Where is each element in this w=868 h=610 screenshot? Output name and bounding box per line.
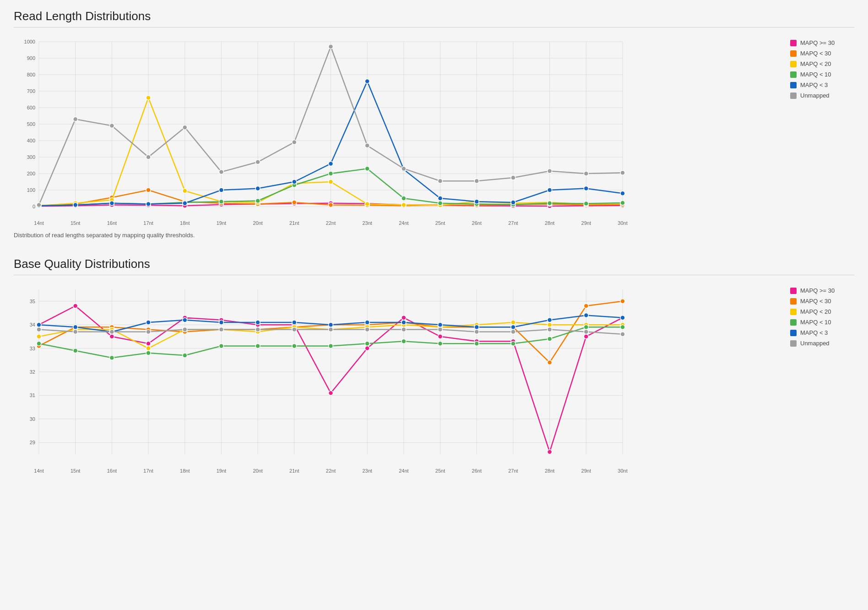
svg-text:20nt: 20nt	[253, 468, 262, 474]
read-length-chart: 0100200300400500600700800900100014nt15nt…	[14, 35, 632, 227]
svg-point-274	[37, 322, 41, 327]
svg-text:500: 500	[27, 121, 35, 127]
svg-point-140	[620, 191, 625, 196]
svg-point-284	[401, 320, 406, 325]
svg-point-221	[584, 334, 588, 339]
svg-text:23nt: 23nt	[362, 468, 372, 474]
svg-point-117	[401, 196, 406, 201]
base-quality-legend: MAPQ >= 30MAPQ < 30MAPQ < 20MAPQ < 10MAP…	[781, 283, 854, 350]
svg-point-81	[329, 202, 333, 207]
svg-text:400: 400	[27, 138, 35, 143]
svg-point-122	[584, 202, 588, 206]
svg-point-100	[401, 202, 406, 207]
legend-label: MAPQ < 3	[800, 82, 828, 88]
read-length-section: Read Length Distributions 01002003004005…	[14, 9, 854, 239]
svg-point-76	[146, 188, 151, 192]
svg-point-130	[255, 186, 260, 191]
svg-point-271	[548, 337, 552, 341]
svg-point-287	[511, 325, 515, 329]
svg-text:19nt: 19nt	[217, 468, 226, 474]
base-quality-chart-area: 2930313233343514nt15nt16nt17nt18nt19nt20…	[14, 283, 781, 475]
svg-point-137	[511, 200, 515, 205]
legend-item: MAPQ < 10	[790, 71, 854, 78]
svg-point-298	[292, 327, 297, 332]
svg-point-266	[365, 341, 369, 346]
svg-text:24nt: 24nt	[399, 220, 408, 226]
svg-point-216	[401, 316, 406, 320]
read-length-title: Read Length Distributions	[14, 9, 854, 27]
legend-item: MAPQ < 3	[790, 329, 854, 336]
svg-point-143	[109, 124, 114, 128]
svg-text:0: 0	[33, 204, 35, 209]
svg-text:30nt: 30nt	[618, 220, 627, 226]
read-length-legend: MAPQ >= 30MAPQ < 30MAPQ < 20MAPQ < 10MAP…	[781, 35, 854, 103]
legend-color	[790, 50, 797, 57]
svg-text:35: 35	[30, 299, 35, 304]
svg-point-112	[219, 199, 223, 204]
legend-label: MAPQ < 3	[800, 329, 828, 336]
legend-item: MAPQ >= 30	[790, 287, 854, 294]
legend-color	[790, 330, 797, 336]
svg-text:29: 29	[30, 440, 35, 445]
legend-label: MAPQ < 30	[800, 50, 831, 57]
svg-point-293	[109, 330, 114, 334]
legend-label: Unmapped	[800, 340, 830, 347]
base-quality-chart: 2930313233343514nt15nt16nt17nt18nt19nt20…	[14, 283, 632, 475]
svg-point-141	[37, 202, 41, 207]
svg-point-286	[474, 325, 479, 329]
svg-point-277	[146, 320, 151, 325]
svg-point-295	[183, 327, 187, 332]
svg-text:21nt: 21nt	[289, 468, 299, 474]
svg-point-291	[37, 327, 41, 332]
svg-point-302	[438, 327, 443, 332]
svg-point-272	[584, 325, 588, 329]
svg-point-121	[548, 201, 552, 206]
svg-point-93	[146, 95, 151, 100]
svg-point-144	[146, 155, 151, 159]
svg-text:14nt: 14nt	[34, 220, 43, 226]
svg-point-237	[548, 360, 552, 365]
svg-point-243	[146, 346, 151, 351]
svg-point-152	[438, 179, 443, 183]
svg-point-263	[255, 343, 260, 348]
svg-text:1000: 1000	[24, 39, 35, 44]
legend-color	[790, 340, 797, 347]
svg-point-132	[329, 161, 333, 166]
legend-color	[790, 309, 797, 315]
svg-point-217	[438, 334, 443, 339]
svg-point-262	[219, 343, 223, 348]
svg-point-148	[292, 140, 297, 145]
legend-item: MAPQ < 30	[790, 50, 854, 57]
svg-point-80	[292, 200, 297, 205]
base-quality-section: Base Quality Distributions 2930313233343…	[14, 257, 854, 475]
svg-text:300: 300	[27, 154, 35, 160]
svg-point-208	[109, 334, 114, 339]
legend-color	[790, 288, 797, 294]
legend-color	[790, 298, 797, 305]
svg-point-127	[146, 202, 151, 207]
svg-text:19nt: 19nt	[217, 220, 226, 226]
svg-text:15nt: 15nt	[71, 468, 80, 474]
svg-text:22nt: 22nt	[326, 468, 336, 474]
read-length-caption: Distribution of read lengths separated b…	[14, 232, 854, 239]
svg-point-265	[329, 343, 333, 348]
svg-point-149	[329, 44, 333, 49]
svg-point-270	[511, 341, 515, 346]
svg-point-275	[73, 325, 78, 329]
legend-item: Unmapped	[790, 340, 854, 347]
svg-point-307	[620, 332, 625, 337]
svg-text:31: 31	[30, 392, 35, 398]
svg-point-292	[73, 330, 78, 334]
svg-point-303	[474, 330, 479, 334]
svg-point-304	[511, 330, 515, 334]
svg-text:24nt: 24nt	[399, 468, 408, 474]
svg-point-133	[365, 79, 369, 83]
svg-point-94	[183, 189, 187, 193]
legend-color	[790, 61, 797, 67]
svg-point-254	[548, 322, 552, 327]
legend-item: MAPQ < 20	[790, 308, 854, 315]
svg-point-300	[365, 327, 369, 332]
svg-point-257	[37, 341, 41, 346]
svg-point-297	[255, 327, 260, 332]
svg-point-147	[255, 160, 260, 164]
